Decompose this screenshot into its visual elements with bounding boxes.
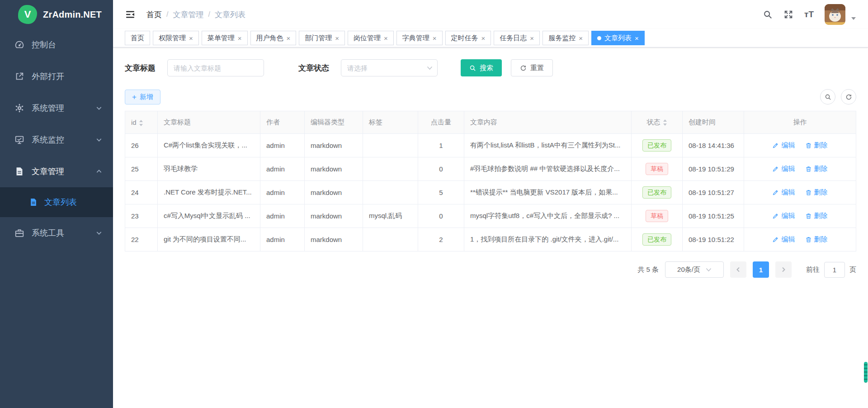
scrollbar-thumb[interactable] xyxy=(864,362,868,383)
sidebar-item-system-tools[interactable]: 系统工具 xyxy=(0,217,113,249)
table-utility-buttons xyxy=(820,89,856,104)
column-header-id[interactable]: id xyxy=(125,111,158,134)
search-button[interactable]: 搜索 xyxy=(461,59,502,76)
edit-link[interactable]: 编辑 xyxy=(772,165,795,173)
article-status-select[interactable] xyxy=(341,59,438,76)
fullscreen-icon[interactable] xyxy=(783,9,793,19)
tab-home[interactable]: 首页 xyxy=(125,31,150,45)
font-size-icon[interactable]: тT xyxy=(804,9,814,19)
close-icon[interactable]: × xyxy=(433,35,437,42)
main-area: 首页 / 文章管理 / 文章列表 тT xyxy=(113,0,868,408)
delete-link[interactable]: 删除 xyxy=(805,235,828,244)
search-icon[interactable] xyxy=(763,9,773,19)
table-row: 25 羽毛球教学 admin markdown 0 #羽毛球拍参数说明 ## 中… xyxy=(125,157,856,181)
articles-table: id 文章标题 作者 编辑器类型 标签 点击量 文章内容 状态 创建时间 操作 xyxy=(125,111,856,251)
close-icon[interactable]: × xyxy=(579,35,583,42)
sort-icon[interactable] xyxy=(663,119,667,126)
cell-author: admin xyxy=(260,228,305,251)
reset-button[interactable]: 重置 xyxy=(511,59,553,76)
close-icon[interactable]: × xyxy=(635,35,639,42)
topbar: 首页 / 文章管理 / 文章列表 тT xyxy=(113,0,868,29)
cell-id: 22 xyxy=(125,228,158,251)
cell-actions: 编辑 删除 xyxy=(744,134,856,157)
column-header-editor-type: 编辑器类型 xyxy=(305,111,363,134)
cell-created: 08-19 10:51:22 xyxy=(683,228,744,251)
delete-link[interactable]: 删除 xyxy=(805,141,828,150)
app-root: V ZrAdmin.NET 控制台 外部打开 xyxy=(0,0,868,408)
trash-icon xyxy=(805,236,812,243)
tab-article-list[interactable]: 文章列表× xyxy=(591,31,645,45)
close-icon[interactable]: × xyxy=(384,35,388,42)
breadcrumb-item-home[interactable]: 首页 xyxy=(146,9,162,20)
tab-post[interactable]: 岗位管理× xyxy=(348,31,394,45)
edit-link[interactable]: 编辑 xyxy=(772,212,795,220)
breadcrumb-item-article-management[interactable]: 文章管理 xyxy=(173,9,203,20)
tab-dictionary[interactable]: 字典管理× xyxy=(396,31,443,45)
cell-status: 草稿 xyxy=(632,157,683,181)
cell-tags: mysql,乱码 xyxy=(363,204,418,228)
sidebar-item-external-open[interactable]: 外部打开 xyxy=(0,61,113,92)
refresh-table-button[interactable] xyxy=(841,89,856,104)
page-number-current[interactable]: 1 xyxy=(753,261,769,278)
close-icon[interactable]: × xyxy=(287,35,291,42)
chevron-down-icon xyxy=(96,230,102,236)
caret-down-icon[interactable] xyxy=(851,17,856,20)
edit-link[interactable]: 编辑 xyxy=(772,235,795,244)
tab-service-monitor[interactable]: 服务监控× xyxy=(542,31,589,45)
tab-department[interactable]: 部门管理× xyxy=(299,31,345,45)
add-button-label: 新增 xyxy=(140,93,153,101)
article-title-input[interactable] xyxy=(167,59,264,76)
sidebar-item-system-management[interactable]: 系统管理 xyxy=(0,92,113,124)
breadcrumb-item-article-list: 文章列表 xyxy=(215,9,245,20)
edit-link[interactable]: 编辑 xyxy=(772,188,795,197)
app-title: ZrAdmin.NET xyxy=(43,9,102,20)
add-button[interactable]: + 新增 xyxy=(125,90,160,104)
delete-link[interactable]: 删除 xyxy=(805,165,828,173)
cell-created: 08-18 14:41:36 xyxy=(683,134,744,157)
sort-icon[interactable] xyxy=(139,120,143,126)
trash-icon xyxy=(805,213,812,219)
show-search-button[interactable] xyxy=(820,89,835,104)
sidebar-item-article-management[interactable]: 文章管理 xyxy=(0,156,113,187)
logo-letter: V xyxy=(24,9,31,20)
tab-menu[interactable]: 菜单管理× xyxy=(202,31,248,45)
trash-icon xyxy=(805,142,812,149)
user-avatar[interactable] xyxy=(825,4,845,25)
menu-fold-icon[interactable] xyxy=(125,9,136,20)
delete-link[interactable]: 删除 xyxy=(805,188,828,197)
tab-user-role[interactable]: 用户角色× xyxy=(250,31,297,45)
edit-link[interactable]: 编辑 xyxy=(772,141,795,150)
close-icon[interactable]: × xyxy=(481,35,486,42)
cell-status: 已发布 xyxy=(632,134,683,157)
sidebar-item-label: 系统工具 xyxy=(32,228,64,238)
tab-label: 文章列表 xyxy=(604,34,632,43)
external-link-icon xyxy=(14,71,24,81)
article-status-select-input[interactable] xyxy=(341,59,438,76)
logo[interactable]: V ZrAdmin.NET xyxy=(0,0,113,29)
cell-status: 已发布 xyxy=(632,181,683,204)
close-icon[interactable]: × xyxy=(530,35,534,42)
column-header-status[interactable]: 状态 xyxy=(632,111,683,134)
sidebar: V ZrAdmin.NET 控制台 外部打开 xyxy=(0,0,113,408)
delete-link[interactable]: 删除 xyxy=(805,212,828,220)
tab-permission[interactable]: 权限管理× xyxy=(153,31,199,45)
cell-actions: 编辑 删除 xyxy=(744,204,856,228)
dashboard-icon xyxy=(14,40,24,50)
chevron-left-icon xyxy=(736,267,741,272)
cell-editor: markdown xyxy=(305,228,363,251)
tab-scheduled-task[interactable]: 定时任务× xyxy=(445,31,491,45)
prev-page-button[interactable] xyxy=(730,261,746,278)
tab-label: 部门管理 xyxy=(305,34,332,43)
cell-clicks: 0 xyxy=(418,204,464,228)
tab-task-log[interactable]: 任务日志× xyxy=(494,31,540,45)
sidebar-item-dashboard[interactable]: 控制台 xyxy=(0,29,113,61)
page-size-select[interactable]: 20条/页 xyxy=(665,261,724,278)
next-page-button[interactable] xyxy=(775,261,792,278)
sidebar-item-article-list[interactable]: 文章列表 xyxy=(0,187,113,217)
close-icon[interactable]: × xyxy=(238,35,242,42)
goto-page-input[interactable] xyxy=(824,262,845,278)
close-icon[interactable]: × xyxy=(189,35,193,42)
sidebar-item-system-monitor[interactable]: 系统监控 xyxy=(0,124,113,156)
cell-title: .NET Core 发布时提示.NET... xyxy=(158,181,260,204)
close-icon[interactable]: × xyxy=(335,35,339,42)
